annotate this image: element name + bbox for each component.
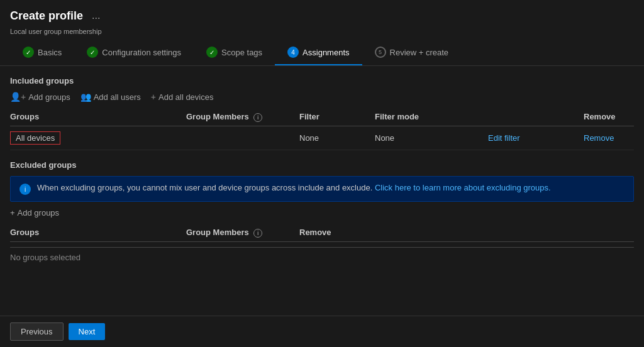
col-header-group-members: Group Members i (186, 112, 299, 122)
cell-groups-all-devices: All devices (10, 131, 186, 145)
tab-check-icon-scope: ✓ (206, 47, 218, 58)
footer: Previous Next (0, 316, 644, 347)
excl-col-header-remove: Remove (299, 228, 634, 238)
page-title: Create profile (10, 9, 83, 23)
col-header-filter-mode: Filter mode (375, 112, 488, 122)
tab-check-icon-config: ✓ (87, 47, 98, 58)
add-groups-label: Add groups (28, 92, 70, 102)
tab-label-configuration: Configuration settings (102, 48, 181, 57)
add-all-users-label: Add all users (94, 92, 141, 102)
table-row: All devices None None Edit filter Remove (10, 126, 634, 150)
cell-remove-value: Remove (584, 133, 634, 143)
page-header: Create profile ... (0, 0, 644, 28)
col-header-remove: Remove (584, 112, 634, 122)
col-header-filter: Filter (299, 112, 375, 122)
cell-edit-filter: Edit filter (488, 133, 584, 143)
tab-active-icon-assignments: 4 (287, 47, 299, 58)
info-banner-icon: i (19, 184, 31, 195)
add-all-devices-label: Add all devices (158, 92, 213, 102)
excl-col-header-group-members: Group Members i (186, 228, 299, 238)
all-devices-value: All devices (10, 131, 60, 145)
tab-review-create[interactable]: 5 Review + create (362, 40, 462, 65)
group-members-info-icon[interactable]: i (253, 113, 262, 122)
included-table-header: Groups Group Members i Filter Filter mod… (10, 108, 634, 126)
col-header-groups: Groups (10, 112, 186, 122)
previous-button[interactable]: Previous (10, 322, 64, 341)
excl-group-members-info-icon[interactable]: i (253, 229, 262, 238)
excluded-groups-section: Excluded groups i When excluding groups,… (10, 160, 634, 267)
info-banner-text: When excluding groups, you cannot mix us… (37, 183, 551, 192)
add-groups-plus-icon: + (10, 208, 15, 218)
edit-filter-link[interactable]: Edit filter (488, 133, 520, 143)
included-groups-section: Included groups 👤+ Add groups 👥 Add all … (10, 76, 634, 150)
tab-label-scope: Scope tags (221, 48, 262, 57)
ellipsis-button[interactable]: ... (88, 9, 104, 23)
add-groups-excluded-label: Add groups (18, 208, 60, 218)
tab-label-review: Review + create (390, 48, 449, 57)
excluded-groups-title: Excluded groups (10, 160, 634, 170)
add-all-users-icon: 👥 (80, 92, 91, 102)
cell-filter-mode-value: None (375, 133, 488, 143)
excluded-table-header: Groups Group Members i Remove (10, 224, 634, 242)
tab-label-assignments: Assignments (303, 48, 349, 57)
tab-basics[interactable]: ✓ Basics (10, 40, 74, 65)
tab-configuration-settings[interactable]: ✓ Configuration settings (74, 40, 194, 65)
add-groups-button-excluded[interactable]: + Add groups (10, 208, 59, 218)
cell-filter-value: None (299, 133, 375, 143)
page-subtitle: Local user group membership (0, 28, 644, 40)
info-banner-link[interactable]: Click here to learn more about excluding… (375, 183, 551, 192)
next-button[interactable]: Next (69, 323, 106, 340)
tab-assignments[interactable]: 4 Assignments (275, 40, 362, 65)
add-groups-button-included[interactable]: 👤+ Add groups (10, 92, 70, 102)
add-all-devices-icon: + (151, 92, 156, 102)
add-all-devices-button[interactable]: + Add all devices (151, 92, 214, 102)
add-groups-icon: 👤+ (10, 92, 26, 102)
tabs-bar: ✓ Basics ✓ Configuration settings ✓ Scop… (0, 40, 644, 66)
excl-col-header-groups: Groups (10, 228, 186, 238)
info-banner: i When excluding groups, you cannot mix … (10, 176, 634, 202)
add-all-users-button[interactable]: 👥 Add all users (80, 92, 141, 102)
tab-inactive-icon-review: 5 (375, 47, 386, 58)
included-groups-title: Included groups (10, 76, 634, 85)
main-content: Included groups 👤+ Add groups 👥 Add all … (0, 66, 644, 316)
no-groups-text: No groups selected (10, 248, 634, 267)
col-header-spacer (488, 112, 584, 122)
remove-link[interactable]: Remove (584, 133, 614, 143)
tab-scope-tags[interactable]: ✓ Scope tags (194, 40, 275, 65)
tab-check-icon-basics: ✓ (23, 47, 34, 58)
included-groups-action-bar: 👤+ Add groups 👥 Add all users + Add all … (10, 92, 634, 102)
tab-label-basics: Basics (38, 48, 62, 57)
